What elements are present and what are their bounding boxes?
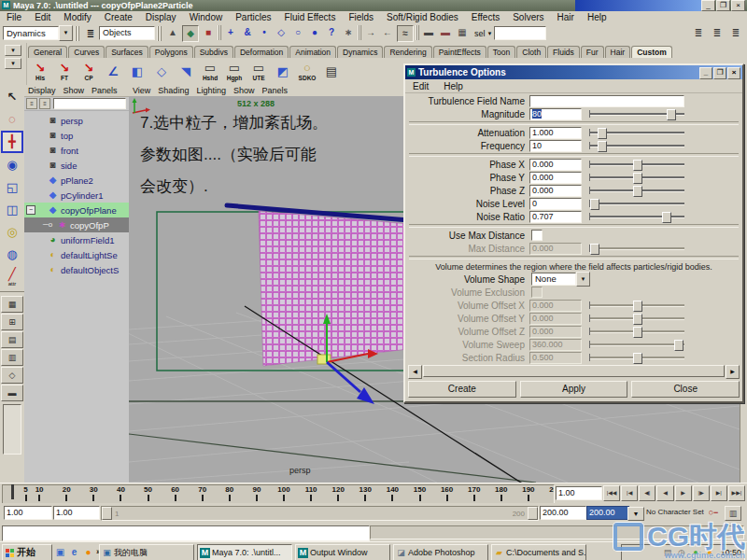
outliner-item[interactable]: − ─o ◆ copyOfpPlane [24,203,129,217]
shelf-item[interactable]: ▭Hgph [222,59,247,84]
outliner-item[interactable]: ─o ∗ copyOfpP [24,217,129,232]
volume-offset-x-field[interactable]: 0.000 [529,300,582,312]
scroll-left-icon[interactable]: ◀ [408,365,422,379]
help-menu[interactable]: Help [436,81,471,91]
frequency-slider[interactable] [589,140,684,151]
taskbar-task-button[interactable]: MOutput Window [295,544,390,560]
playback-start-field[interactable]: 1.00 [53,506,100,520]
shelf-tab[interactable]: Toon [487,46,515,58]
volume-sweep-slider[interactable] [589,339,684,350]
layout-persp-outliner[interactable]: ▥ [1,349,23,366]
restore-button[interactable]: ❐ [716,0,730,11]
show-menu[interactable]: Show [60,86,89,95]
outliner-item[interactable]: ─o ◙ front [24,143,129,158]
go-to-end-button[interactable]: ▶▶| [728,485,745,501]
panels-menu[interactable]: Panels [88,86,121,95]
taskbar-task-button[interactable]: MMaya 7.0: .\untitl... [197,544,292,560]
shelf-tab[interactable]: Subdivs [194,46,233,58]
snap-help-icon[interactable]: ? [324,25,339,40]
window-menu[interactable]: Window [183,12,230,22]
particles-menu[interactable]: Particles [229,12,277,22]
phase-z-slider[interactable] [589,185,684,196]
shelf-tab[interactable]: Surfaces [106,46,148,58]
phase-z-field[interactable]: 0.000 [529,185,582,197]
step-forward-key-button[interactable]: |▶ [693,485,710,501]
attenuation-slider[interactable] [589,127,684,138]
snap-to-points-icon[interactable]: • [257,25,272,40]
edit-menu[interactable]: Edit [28,12,57,22]
close-button[interactable]: × [731,0,745,11]
dialog-restore-button[interactable]: ❐ [713,67,726,79]
help-menu[interactable]: Help [581,12,613,22]
paint-attributes-tool[interactable]: ╱attr [2,266,22,287]
tool-settings-toggle-icon[interactable]: ≣ [710,25,725,40]
fluid-effects-menu[interactable]: Fluid Effects [278,12,343,22]
render-globals-icon[interactable]: ▦ [455,25,470,40]
panels-menu[interactable]: Panels [258,86,291,95]
status-icon[interactable] [416,25,419,40]
toolbar-grip[interactable] [157,26,162,41]
shelf-item[interactable]: ∠ [101,59,125,84]
dialog-close-button[interactable]: × [727,67,740,79]
outliner-filter-icon[interactable]: ≡ [26,98,37,109]
layout-slim[interactable]: ▬ [1,385,23,401]
dialog-minimize-button[interactable]: _ [699,67,712,79]
selection-lock-icon[interactable]: ∗ [341,25,356,40]
section-radius-field[interactable]: 0.500 [529,352,582,364]
taskbar-task-button[interactable]: ▣我的电脑 [99,544,194,560]
effects-menu[interactable]: Effects [465,12,506,22]
move-tool[interactable]: ╋ [1,131,23,153]
character-set-dropdown-icon[interactable]: ▼ [627,507,644,521]
output-connections-icon[interactable]: ← [380,25,395,40]
go-to-start-button[interactable]: |◀◀ [603,485,620,501]
volume-shape-dropdown[interactable]: None▼ [531,272,590,287]
volume-offset-y-slider[interactable] [589,313,684,324]
select-by-hierarchy-icon[interactable]: ▲ [165,25,180,40]
status-icon[interactable] [218,25,221,40]
select-tool[interactable]: ↖ [2,86,22,107]
shelf-item[interactable]: ↘FT [52,59,77,84]
noise-ratio-field[interactable]: 0.707 [529,211,582,223]
file-menu[interactable]: File [0,12,28,22]
shelf-item[interactable]: ◇ [149,59,174,84]
current-frame-field[interactable]: 1.00 [556,486,602,500]
menu-set-dropdown[interactable]: Dynamics ▼ [3,25,73,41]
dialog-titlebar[interactable]: M Turbulence Options _ ❐ × [405,65,742,79]
use-max-distance-checkbox[interactable] [531,230,543,241]
minimize-button[interactable]: _ [701,0,715,11]
qq-icon[interactable]: ● [703,547,715,559]
solvers-menu[interactable]: Solvers [506,12,550,22]
shelf-tab[interactable]: Hair [605,46,631,58]
animation-preferences-icon[interactable]: ▥ [725,506,741,521]
shelf-item[interactable]: ▭Hshd [198,59,222,84]
show-menu[interactable]: Show [230,86,259,95]
outliner-item[interactable]: ─o ◐ defaultLightSe [24,247,129,262]
command-line-input[interactable] [2,525,370,541]
shelf-item[interactable]: ▤ [319,59,344,84]
shelf-tab[interactable]: General [28,46,67,58]
playback-end-field[interactable]: 200.00 [540,506,586,520]
noise-ratio-slider[interactable] [589,211,684,222]
shelf-tab-arrow-icon[interactable]: ▾ [5,45,21,56]
step-back-key-button[interactable]: ◀| [639,485,655,501]
shelf-tab[interactable]: Cloth [516,46,546,58]
outliner-item[interactable]: ─o ◆ pPlane2 [24,173,129,188]
display-menu[interactable]: Display [24,86,60,95]
create-button[interactable]: Create [408,381,516,398]
shelf-tab[interactable]: Animation [289,46,336,58]
modify-menu[interactable]: Modify [57,12,97,22]
select-by-component-icon[interactable]: ■ [201,25,216,40]
scale-tool[interactable]: ◱ [2,176,22,198]
shelf-item[interactable]: ▭UTE [247,59,271,84]
status-icon[interactable] [358,25,361,40]
outliner-filter-input[interactable] [53,98,126,109]
shelf-item[interactable]: ○SDKO [295,59,319,84]
outliner-item[interactable]: ─o ◆ pCylinder1 [24,188,129,203]
selection-mask-field[interactable]: Objects [99,26,155,40]
phase-y-slider[interactable] [589,172,684,183]
snap-to-grids-icon[interactable]: + [223,25,238,40]
lasso-tool[interactable]: ◌ [2,108,22,130]
noise-level-field[interactable]: 0 [529,198,582,210]
apply-button[interactable]: Apply [520,381,628,398]
turbulence-field-name-field[interactable] [529,95,684,107]
